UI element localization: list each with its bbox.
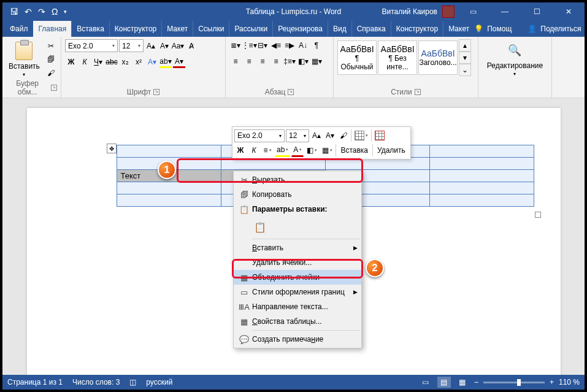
menu-cut[interactable]: ✂ВВырезатьырезать xyxy=(234,172,361,187)
zoom-level[interactable]: 110 % xyxy=(559,378,580,386)
view-read-icon[interactable]: ▭ xyxy=(419,377,432,388)
menu-border-styles[interactable]: ▭Стили оформления границ▶ xyxy=(234,285,361,299)
show-marks-icon[interactable]: ¶ xyxy=(310,39,323,52)
font-color-icon[interactable]: A▾ xyxy=(173,56,185,68)
status-words[interactable]: Число слов: 3 xyxy=(72,378,120,386)
font-size-combo[interactable]: 12▾ xyxy=(119,39,144,52)
style-heading1[interactable]: АаБбВвІЗаголово... xyxy=(418,40,458,75)
copy-icon[interactable]: 🗐 xyxy=(45,53,57,66)
user-name[interactable]: Виталий Каиров xyxy=(382,7,437,16)
mini-delete-table-icon[interactable] xyxy=(373,129,386,142)
table-resize-handle-icon[interactable] xyxy=(535,212,541,218)
font-launcher-icon[interactable] xyxy=(153,89,159,95)
share-button[interactable]: Поделиться xyxy=(540,25,581,33)
indent-inc-icon[interactable]: ≡▶ xyxy=(283,39,296,52)
style-no-spacing[interactable]: АаБбВвІ¶ Без инте... xyxy=(378,40,417,75)
text-effects-icon[interactable]: A▾ xyxy=(146,56,158,68)
align-justify-icon[interactable]: ≡ xyxy=(270,55,282,67)
share-icon[interactable]: 👤 xyxy=(528,25,537,33)
tab-layout[interactable]: Макет xyxy=(161,21,193,37)
tab-table-layout[interactable]: Макет xyxy=(443,21,474,37)
maximize-button[interactable]: ☐ xyxy=(523,3,550,20)
shrink-font-icon[interactable]: A▾ xyxy=(158,40,171,52)
status-language[interactable]: русский xyxy=(146,378,172,386)
mini-format-painter-icon[interactable]: 🖌 xyxy=(337,129,350,142)
status-page[interactable]: Страница 1 из 1 xyxy=(7,378,63,386)
styles-more-icon[interactable]: ⌄ xyxy=(459,64,471,76)
paste-button[interactable]: Вставить ▾ xyxy=(6,40,42,79)
clear-format-icon[interactable]: A̷ xyxy=(185,40,198,52)
borders-icon[interactable]: ▦▾ xyxy=(310,55,323,67)
menu-text-direction[interactable]: ⅢAНаправление текста... xyxy=(234,299,361,314)
line-spacing-icon[interactable]: ‡≡▾ xyxy=(283,55,296,67)
mini-shrink-font-icon[interactable]: A▾ xyxy=(324,129,336,142)
shading-icon[interactable]: ◧▾ xyxy=(297,55,309,67)
tab-file[interactable]: Файл xyxy=(5,21,33,37)
italic-button[interactable]: К xyxy=(79,56,91,68)
tab-home[interactable]: Главная xyxy=(33,21,72,37)
mini-highlight-icon[interactable]: ab▾ xyxy=(275,144,290,157)
view-web-icon[interactable]: ▦ xyxy=(456,377,469,388)
menu-copy[interactable]: 🗐Копировать xyxy=(234,187,361,202)
align-center-icon[interactable]: ≡ xyxy=(243,55,255,67)
subscript-icon[interactable]: x₂ xyxy=(119,56,131,68)
superscript-icon[interactable]: x² xyxy=(132,56,145,68)
menu-new-comment[interactable]: 💬Создать примечание xyxy=(234,332,361,347)
bullets-icon[interactable]: ≣▾ xyxy=(229,39,242,52)
multilevel-icon[interactable]: ⊟▾ xyxy=(256,39,269,52)
mini-delete-label[interactable]: Удалить xyxy=(374,144,409,157)
ribbon-options-icon[interactable]: ▭ xyxy=(459,3,486,20)
table-move-handle-icon[interactable]: ✥ xyxy=(107,144,117,153)
mini-insert-table-icon[interactable]: ▾ xyxy=(353,129,370,142)
save-icon[interactable]: 🖫 xyxy=(10,7,18,17)
paste-keep-formatting-icon[interactable]: 📋 xyxy=(252,219,268,235)
sort-icon[interactable]: A↓ xyxy=(297,39,309,52)
mini-shading-icon[interactable]: ◧▾ xyxy=(305,144,319,157)
tab-mailings[interactable]: Рассылки xyxy=(229,21,272,37)
mini-insert-label[interactable]: Вставка xyxy=(337,144,371,157)
mini-italic-button[interactable]: К xyxy=(248,144,260,157)
menu-insert[interactable]: Вставить▶ xyxy=(234,240,361,255)
styles-launcher-icon[interactable] xyxy=(415,89,421,95)
mini-size-combo[interactable]: 12▾ xyxy=(286,129,309,142)
font-name-combo[interactable]: Exo 2.0▾ xyxy=(65,39,118,52)
status-spellcheck-icon[interactable]: ◫ xyxy=(129,378,136,386)
change-case-icon[interactable]: Aa▾ xyxy=(172,40,184,52)
tab-insert[interactable]: Вставка xyxy=(71,21,109,37)
styles-down-icon[interactable]: ▾ xyxy=(459,52,471,64)
numbering-icon[interactable]: ⋮≡▾ xyxy=(243,39,255,52)
minimize-button[interactable]: — xyxy=(491,3,518,20)
indent-dec-icon[interactable]: ◀≡ xyxy=(270,39,282,52)
style-normal[interactable]: АаБбВвІ¶ Обычный xyxy=(337,40,377,75)
tell-me[interactable]: Помощ xyxy=(487,25,512,33)
zoom-slider[interactable] xyxy=(483,382,545,383)
menu-merge-cells[interactable]: ▦Объединить ячейки xyxy=(234,270,361,285)
qat-dropdown-icon[interactable]: ▾ xyxy=(64,9,67,15)
menu-table-properties[interactable]: ▦Свойства таблицы... xyxy=(234,314,361,329)
tab-review[interactable]: Рецензирова xyxy=(272,21,328,37)
tab-references[interactable]: Ссылки xyxy=(193,21,229,37)
mini-grow-font-icon[interactable]: A▴ xyxy=(310,129,323,142)
tell-me-icon[interactable]: 💡 xyxy=(474,25,483,33)
grow-font-icon[interactable]: A▴ xyxy=(145,40,157,52)
mini-align-icon[interactable]: ≡▾ xyxy=(261,144,274,157)
highlight-icon[interactable]: ab▾ xyxy=(159,56,172,68)
underline-button[interactable]: Ч▾ xyxy=(92,56,104,68)
zoom-in-button[interactable]: + xyxy=(550,378,554,386)
editing-dropdown[interactable]: 🔍 Редактирование ▾ xyxy=(485,39,545,78)
view-print-icon[interactable]: ▤ xyxy=(437,377,451,388)
undo-icon[interactable]: ↶ xyxy=(25,7,32,17)
strike-button[interactable]: abc xyxy=(106,56,118,68)
mini-bold-button[interactable]: Ж xyxy=(234,144,247,157)
bold-button[interactable]: Ж xyxy=(65,56,77,68)
tab-design[interactable]: Конструктор xyxy=(109,21,161,37)
menu-delete-cells[interactable]: Удалить ячейки... xyxy=(234,255,361,270)
zoom-out-button[interactable]: − xyxy=(474,378,478,386)
mini-borders-icon[interactable]: ▦▾ xyxy=(320,144,334,157)
align-right-icon[interactable]: ≡ xyxy=(256,55,269,67)
mini-font-combo[interactable]: Exo 2.0▾ xyxy=(234,129,285,142)
tab-table-design[interactable]: Конструктор xyxy=(391,21,443,37)
mini-font-color-icon[interactable]: A▾ xyxy=(291,144,304,157)
align-left-icon[interactable]: ≡ xyxy=(229,55,242,67)
tab-help[interactable]: Справка xyxy=(351,21,391,37)
